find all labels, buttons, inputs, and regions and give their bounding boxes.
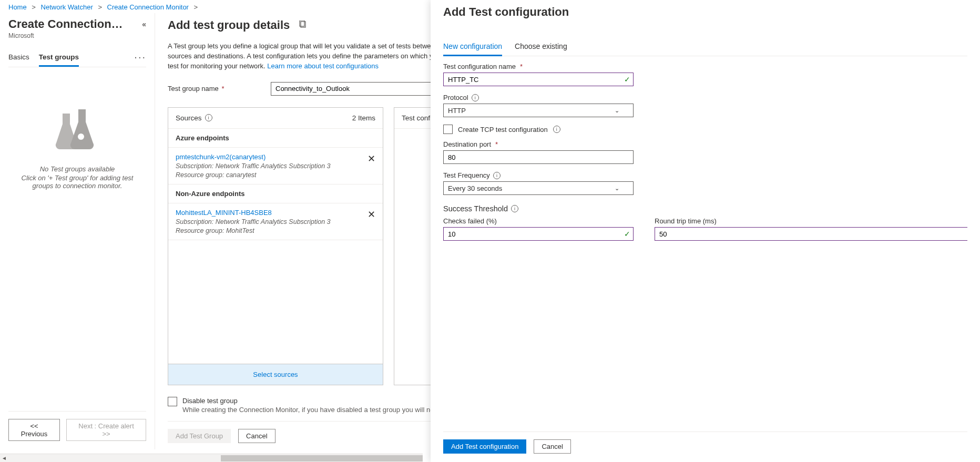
endpoint-resource-group: Resource group: canarytest — [176, 171, 331, 179]
info-icon[interactable]: i — [205, 114, 212, 121]
breadcrumb-sep: > — [95, 3, 105, 11]
cancel-button[interactable]: Cancel — [534, 439, 570, 454]
nonazure-endpoints-header: Non-Azure endpoints — [168, 184, 383, 203]
tab-choose-existing[interactable]: Choose existing — [515, 38, 567, 56]
checks-failed-label: Checks failed (%) — [443, 217, 634, 225]
empty-line3: groups to connection monitor. — [33, 182, 122, 190]
info-icon[interactable]: i — [511, 205, 518, 212]
sources-count: 2 Items — [352, 114, 375, 122]
azure-endpoints-header: Azure endpoints — [168, 129, 383, 148]
remove-icon[interactable]: ✕ — [363, 153, 375, 165]
destination-port-label: Destination port * — [443, 140, 967, 148]
valid-icon: ✓ — [624, 75, 630, 84]
next-button: Next : Create alert >> — [66, 419, 146, 441]
checks-failed-input[interactable] — [443, 227, 634, 241]
page-title: Create Connection… — [8, 17, 123, 31]
create-tcp-label: Create TCP test configuration — [458, 126, 548, 134]
config-name-input[interactable] — [443, 73, 634, 86]
scroll-left-icon[interactable]: ◄ — [0, 455, 8, 461]
tab-basics[interactable]: Basics — [8, 49, 29, 67]
info-icon[interactable]: i — [553, 126, 560, 133]
chevron-down-icon: ⌄ — [615, 107, 619, 114]
horizontal-scrollbar[interactable]: ◄ ► — [0, 454, 423, 462]
endpoint-resource-group: Resource group: MohitTest — [176, 227, 331, 234]
breadcrumb-sep: > — [28, 3, 39, 11]
config-name-label: Test configuration name * — [443, 63, 967, 70]
breadcrumb-home[interactable]: Home — [8, 3, 27, 11]
test-frequency-select[interactable]: Every 30 seconds ⌄ — [443, 181, 634, 195]
rtt-label: Round trip time (ms) — [655, 217, 967, 225]
breadcrumb-sep: > — [191, 3, 201, 11]
endpoint-subscription: Subscription: Network Traffic Analytics … — [176, 162, 331, 170]
list-item: pmtestchunk-vm2(canarytest) Subscription… — [168, 148, 383, 184]
svg-point-0 — [78, 134, 84, 140]
add-test-configuration-blade: Add Test configuration New configuration… — [431, 0, 980, 462]
sources-box: Sources i 2 Items Azure endpoints pmtest… — [168, 107, 383, 385]
add-test-group-button: Add Test Group — [168, 429, 231, 443]
breadcrumb-create-connection-monitor[interactable]: Create Connection Monitor — [107, 3, 189, 11]
breadcrumb-network-watcher[interactable]: Network Watcher — [41, 3, 93, 11]
info-icon[interactable]: i — [493, 172, 501, 179]
endpoint-link[interactable]: MohittestLA_MININT-HB4SBE8 — [176, 209, 331, 217]
disable-test-group-checkbox[interactable] — [168, 397, 177, 406]
rtt-input[interactable] — [655, 227, 967, 241]
previous-button[interactable]: << Previous — [8, 419, 60, 441]
chevron-down-icon: ⌄ — [615, 185, 619, 192]
section-title: Add test group details — [168, 18, 290, 32]
sources-header: Sources — [176, 114, 202, 122]
test-group-name-label: Test group name * — [168, 85, 271, 93]
protocol-label: Protocol i — [443, 94, 967, 101]
collapse-icon[interactable]: « — [142, 20, 146, 28]
endpoint-subscription: Subscription: Network Traffic Analytics … — [176, 218, 331, 225]
endpoint-link[interactable]: pmtestchunk-vm2(canarytest) — [176, 153, 331, 161]
list-item: MohittestLA_MININT-HB4SBE8 Subscription:… — [168, 203, 383, 240]
test-frequency-label: Test Frequency i — [443, 171, 967, 179]
empty-line2: Click on '+ Test group' for adding test — [22, 174, 134, 182]
remove-icon[interactable]: ✕ — [363, 209, 375, 220]
success-threshold-title: Success Threshold i — [443, 204, 967, 213]
cancel-button[interactable]: Cancel — [238, 429, 275, 443]
tab-new-configuration[interactable]: New configuration — [443, 38, 502, 56]
page-subtitle: Microsoft — [8, 32, 146, 39]
flask-icon — [52, 109, 103, 150]
learn-more-link[interactable]: Learn more about test configurations — [267, 62, 379, 70]
destination-port-input[interactable] — [443, 150, 634, 164]
select-sources-button[interactable]: Select sources — [168, 364, 383, 385]
blade-title: Add Test configuration — [443, 4, 967, 19]
protocol-select[interactable]: HTTP ⌄ — [443, 104, 634, 117]
pin-icon[interactable] — [299, 20, 307, 30]
empty-state: No Test groups available Click on '+ Tes… — [8, 67, 146, 411]
add-test-configuration-button[interactable]: Add Test configuration — [443, 439, 526, 454]
left-panel: Create Connection… « Microsoft Basics Te… — [0, 13, 155, 449]
empty-line1: No Test groups available — [40, 165, 115, 173]
valid-icon: ✓ — [624, 230, 630, 238]
tab-test-groups[interactable]: Test groups — [39, 49, 79, 67]
more-icon[interactable]: ··· — [134, 51, 146, 65]
create-tcp-checkbox[interactable] — [443, 125, 453, 134]
info-icon[interactable]: i — [472, 94, 479, 101]
